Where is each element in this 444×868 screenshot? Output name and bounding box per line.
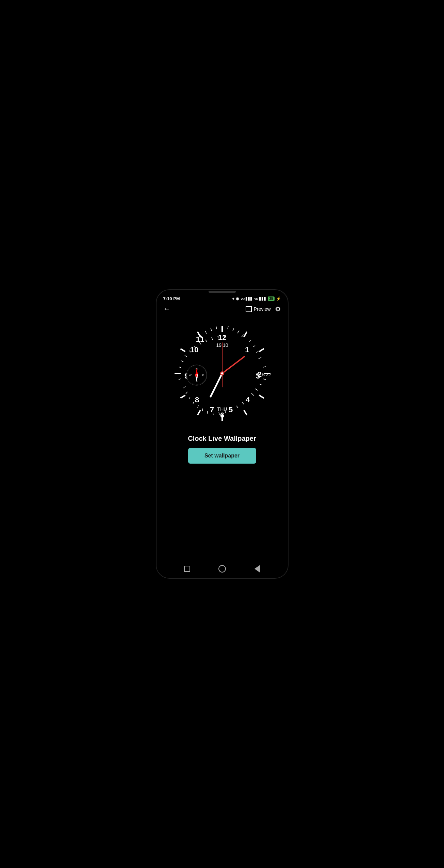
svg-point-72	[221, 372, 223, 374]
charging-icon: ⚡	[276, 296, 281, 301]
back-button[interactable]: ←	[163, 305, 171, 314]
settings-icon[interactable]: ⚙	[275, 305, 281, 313]
top-nav: ← Preview ⚙	[157, 303, 288, 316]
clock-num-8: 8	[195, 396, 199, 404]
alarm-icon: ◉	[236, 296, 239, 301]
svg-text:E: E	[202, 374, 204, 377]
clock-area: 12 19:10 1 2 FEB 27 3 4 5 6 THU 7 8 9 10…	[157, 316, 288, 428]
battery-icon: 35	[268, 296, 274, 301]
svg-point-70	[196, 374, 197, 376]
signal1-icon: ▋▋▋	[246, 297, 253, 301]
volte2-icon: VO	[254, 297, 258, 301]
nav-right: Preview ⚙	[246, 305, 281, 313]
bluetooth-icon: ⌖	[232, 296, 234, 301]
status-icons: ⌖ ◉ VO ▋▋▋ VO ▋▋▋ 35 ⚡	[232, 296, 281, 301]
clock-num-3: 3	[256, 372, 260, 380]
notch-area	[157, 290, 288, 293]
clock-num-6: 6	[220, 411, 224, 419]
signal2-icon: ▋▋▋	[259, 297, 266, 301]
back-nav-button[interactable]	[254, 565, 260, 573]
bottom-nav	[157, 560, 288, 578]
svg-line-35	[202, 408, 203, 411]
notch	[209, 291, 236, 293]
clock-num-5: 5	[228, 405, 232, 414]
clock-num-11: 11	[196, 335, 204, 343]
clock-num-7: 7	[210, 405, 214, 414]
home-button[interactable]	[218, 565, 226, 573]
clock-num-12: 12	[218, 333, 226, 342]
wallpaper-title: Clock Live Wallpaper	[157, 435, 288, 443]
preview-square-icon	[246, 306, 252, 312]
clock-svg: 12 19:10 1 2 FEB 27 3 4 5 6 THU 7 8 9 10…	[171, 322, 273, 424]
preview-label: Preview	[254, 306, 271, 312]
svg-text:THU: THU	[217, 406, 227, 412]
status-bar: 7:10 PM ⌖ ◉ VO ▋▋▋ VO ▋▋▋ 35 ⚡	[157, 293, 288, 303]
status-time: 7:10 PM	[163, 296, 180, 301]
volte1-icon: VO	[241, 297, 244, 301]
recent-apps-button[interactable]	[184, 566, 190, 572]
preview-button[interactable]: Preview	[246, 306, 271, 312]
clock-face: 12 19:10 1 2 FEB 27 3 4 5 6 THU 7 8 9 10…	[171, 322, 273, 424]
phone-container: 7:10 PM ⌖ ◉ VO ▋▋▋ VO ▋▋▋ 35 ⚡ ← Preview	[156, 289, 289, 579]
clock-num-4: 4	[245, 396, 250, 404]
set-wallpaper-button[interactable]: Set wallpaper	[188, 448, 256, 464]
clock-num-10: 10	[190, 345, 198, 354]
svg-text:W: W	[189, 374, 192, 377]
clock-num-1: 1	[245, 345, 249, 354]
